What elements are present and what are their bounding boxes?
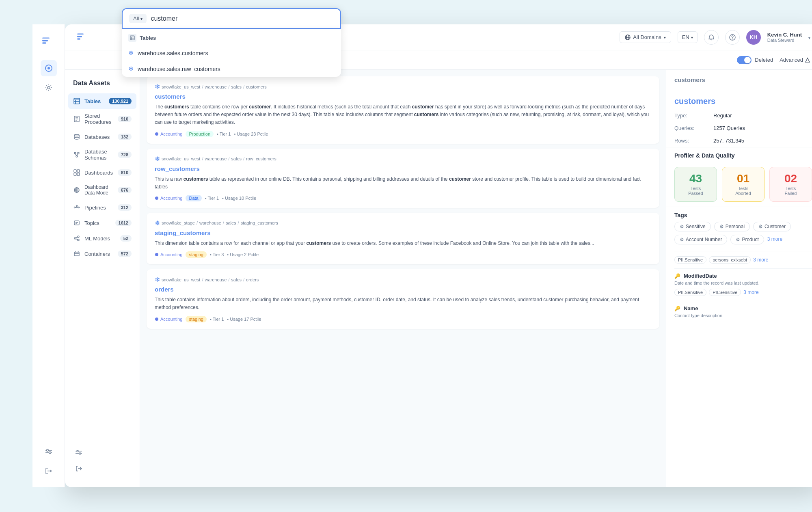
staging-customers-description: This dimension table contains a row for … bbox=[155, 240, 651, 247]
more-tags-link[interactable]: 3 more bbox=[767, 235, 782, 244]
exit-icon[interactable] bbox=[73, 463, 84, 474]
stored-procedures-count: 910 bbox=[118, 116, 132, 122]
user-avatar: KH bbox=[746, 30, 761, 45]
sidebar-item-ml-models[interactable]: ML Models 52 bbox=[65, 231, 140, 246]
lang-chevron bbox=[691, 34, 693, 40]
orders-breadcrumb: ❄ snowflake_us_west / warehouse / sales … bbox=[155, 276, 651, 283]
sidebar-item-database-schemas[interactable]: Database Schemas 728 bbox=[65, 145, 140, 165]
svg-line-34 bbox=[75, 154, 77, 156]
databases-label: Databases bbox=[84, 134, 114, 140]
tests-failed-badge: 02 TestsFailed bbox=[769, 167, 812, 202]
tag-tier-2: • Tier 1 bbox=[205, 196, 219, 201]
result-card-orders: ❄ snowflake_us_west / warehouse / sales … bbox=[147, 269, 659, 328]
language-selector[interactable]: EN bbox=[678, 31, 698, 43]
nav-settings[interactable] bbox=[41, 80, 57, 96]
search-input[interactable] bbox=[151, 15, 334, 22]
user-role: Data Steward bbox=[767, 38, 802, 43]
tag-icon: ⚙ bbox=[680, 224, 684, 229]
detail-queries-row: Queries: 1257 Queries bbox=[666, 122, 812, 134]
help-btn[interactable] bbox=[725, 30, 740, 45]
dashboard-data-models-count: 676 bbox=[118, 187, 132, 193]
persons-tag[interactable]: persons_cxlxsebt bbox=[709, 256, 751, 264]
customers-tags: Accounting Production • Tier 1 • Usage 2… bbox=[155, 131, 651, 137]
modified-date-header: 🔑 ModifiedDate bbox=[674, 273, 812, 279]
sidebar-item-pipelines[interactable]: Pipelines 312 bbox=[65, 200, 140, 215]
tag-product[interactable]: ⚙ Product bbox=[730, 235, 764, 244]
orders-title[interactable]: orders bbox=[155, 286, 651, 293]
domain-selector[interactable]: All Domains bbox=[620, 31, 671, 43]
columns-section: PII.Sensitive persons_cxlxsebt 3 more 🔑 … bbox=[666, 251, 812, 324]
nav-filter-icon[interactable] bbox=[41, 443, 57, 460]
sidebar-item-databases[interactable]: Databases 132 bbox=[65, 129, 140, 145]
result-card-row-customers: ❄ snowflake_us_west / warehouse / sales … bbox=[147, 149, 659, 208]
app-logo bbox=[40, 32, 58, 50]
tag-personal[interactable]: ⚙ Personal bbox=[714, 222, 750, 231]
result-card-staging-customers: ❄ snowflake_stage / warehouse / sales / … bbox=[147, 213, 659, 264]
filter-settings-icon[interactable] bbox=[73, 447, 84, 458]
bell-icon bbox=[708, 34, 715, 41]
pii-more-link[interactable]: 3 more bbox=[753, 255, 768, 264]
tag-icon-2: ⚙ bbox=[719, 224, 724, 229]
svg-point-30 bbox=[74, 134, 79, 136]
search-dropdown: Tables ❄ warehouse.sales.customers ❄ war… bbox=[122, 29, 341, 77]
search-result-warehouse-customers[interactable]: ❄ warehouse.sales.customers bbox=[122, 45, 341, 61]
search-result-raw-customers[interactable]: ❄ warehouse.sales.raw_customers bbox=[122, 61, 341, 77]
pipelines-count: 312 bbox=[118, 204, 132, 211]
tests-aborted-badge: 01 TestsAborted bbox=[722, 167, 764, 202]
sidebar-item-dashboards[interactable]: Dashboards 810 bbox=[65, 165, 140, 180]
search-overlay: All Tables ❄ warehouse.sales.customers ❄… bbox=[122, 8, 341, 77]
staging-customers-title[interactable]: staging_customers bbox=[155, 229, 651, 236]
row-customers-title[interactable]: row_customers bbox=[155, 165, 651, 172]
advanced-btn[interactable]: Advanced bbox=[780, 57, 810, 63]
tags-section: ⚙ Sensitive ⚙ Personal ⚙ Customer ⚙ Acco… bbox=[666, 222, 812, 251]
customers-title[interactable]: customers bbox=[155, 93, 651, 100]
notifications-btn[interactable] bbox=[704, 30, 719, 45]
orders-tags: Accounting staging • Tier 1 • Usage 17 P… bbox=[155, 316, 651, 322]
nav-exit-icon[interactable] bbox=[41, 463, 57, 479]
sidebar-item-dashboard-data-models[interactable]: Dashboard Data Mode 676 bbox=[65, 180, 140, 200]
svg-point-32 bbox=[78, 152, 79, 154]
snowflake-search-icon-2: ❄ bbox=[128, 65, 134, 73]
sidebar-item-stored-procedures[interactable]: Stored Procedures 910 bbox=[65, 109, 140, 129]
table-section-icon bbox=[128, 34, 136, 42]
search-filter-btn[interactable]: All bbox=[129, 14, 147, 23]
quality-badges: 43 TestsPassed 01 TestsAborted 02 TestsF… bbox=[666, 162, 812, 207]
advanced-icon bbox=[805, 57, 810, 63]
sidebar-item-tables[interactable]: Tables 130,921 bbox=[68, 93, 136, 109]
topics-icon bbox=[73, 219, 80, 227]
sidebar-item-containers[interactable]: Containers 572 bbox=[65, 246, 140, 261]
modified-date-more-link[interactable]: 3 more bbox=[743, 288, 758, 297]
svg-point-6 bbox=[46, 449, 48, 452]
sidebar-header: Data Assets bbox=[65, 76, 140, 93]
svg-rect-2 bbox=[42, 37, 50, 39]
key-icon-2: 🔑 bbox=[674, 306, 680, 311]
snowflake-search-icon-1: ❄ bbox=[128, 49, 134, 57]
ml-models-icon bbox=[73, 235, 80, 242]
tag-accounting-3: Accounting bbox=[155, 252, 182, 257]
search-tables-section: Tables bbox=[122, 29, 341, 45]
pii-sensitive-tag[interactable]: PII.Sensitive bbox=[674, 256, 706, 264]
orders-description: This table contains information about or… bbox=[155, 296, 651, 311]
tests-passed-label: TestsPassed bbox=[680, 186, 712, 196]
pii-sensitive-tag-2[interactable]: PII.Sensitive bbox=[674, 289, 706, 296]
dashboards-icon bbox=[73, 169, 80, 176]
stored-procedures-label: Stored Procedures bbox=[84, 113, 114, 125]
tag-accounting-4: Accounting bbox=[155, 317, 182, 322]
deleted-toggle[interactable] bbox=[737, 56, 752, 64]
tag-customer[interactable]: ⚙ Customer bbox=[753, 222, 791, 231]
pii-sensitive-tag-3[interactable]: PII.Sensitive bbox=[709, 289, 741, 296]
svg-point-7 bbox=[49, 452, 51, 454]
svg-rect-22 bbox=[74, 98, 80, 104]
nav-data-assets[interactable] bbox=[41, 60, 57, 76]
tag-tier-4: • Tier 1 bbox=[210, 317, 224, 322]
svg-rect-36 bbox=[74, 170, 76, 172]
user-chevron[interactable] bbox=[808, 34, 810, 41]
svg-rect-13 bbox=[77, 36, 82, 37]
tag-sensitive[interactable]: ⚙ Sensitive bbox=[674, 222, 711, 231]
customers-description: The customers table contains one row per… bbox=[155, 103, 651, 127]
header-logo bbox=[75, 29, 91, 45]
tables-count: 130,921 bbox=[109, 98, 132, 104]
tag-account-number[interactable]: ⚙ Account Number bbox=[674, 235, 727, 244]
sidebar-item-topics[interactable]: Topics 1612 bbox=[65, 215, 140, 231]
staging-customers-tags: Accounting staging • Tier 3 • Usage 2 Pc… bbox=[155, 251, 651, 258]
